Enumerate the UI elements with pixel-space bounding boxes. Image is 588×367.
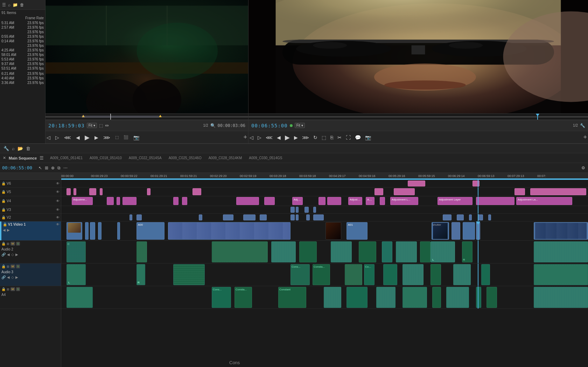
snap-button[interactable]: ⋯ [63,165,68,171]
program-camera-button[interactable]: 📷 [364,134,372,141]
timeline-timecode[interactable]: 00:06:55:00 [2,165,32,170]
lock-icon-a4[interactable]: 🔒 [1,287,6,291]
list-item[interactable]: 9:37 AM23.976 fps [0,62,45,66]
program-mark-out-button[interactable]: ▷ [257,134,262,141]
next-frame-icon-v1[interactable]: ▶ [7,228,10,232]
ripple-edit-button[interactable]: ⊞ [44,165,49,171]
program-video-area[interactable] [248,0,588,113]
solo-btn-a2[interactable]: S [16,242,20,246]
list-item[interactable]: 2:57 AM23.976 fps [0,25,45,30]
keyframe-next-a3[interactable]: ▶ [15,275,18,279]
list-item[interactable]: 58:01 AM23.976 fps [0,52,45,57]
clip-v5-4[interactable] [100,188,103,195]
program-prev-frame-button[interactable]: ◀ [276,134,282,141]
clip-v4-17[interactable] [476,197,514,205]
solo-btn-a4[interactable]: S [16,287,20,291]
eye-icon-v4[interactable]: 👁 [56,199,59,203]
audio-clip-a2-1[interactable]: C [66,241,86,262]
list-item[interactable]: 3:36 AM23.976 fps [0,80,45,85]
clip-v1-4[interactable] [98,222,102,240]
source-step-fwd-button[interactable]: ⋙ [102,134,111,141]
clip-v2-5[interactable] [243,214,255,220]
source-insert-button[interactable]: ⬚ [114,134,120,140]
wrench-icon[interactable]: 🔧 [4,146,9,151]
audio-clip-a2-12[interactable]: R [462,241,472,262]
audio-clip-a3-12[interactable] [481,264,490,285]
keyframe-next-a2[interactable]: ▶ [15,253,18,256]
folder-icon[interactable]: 📁 [13,2,18,7]
clip-v4-13[interactable]: Adju... [366,197,374,205]
search-icon[interactable]: ⌕ [8,2,10,7]
clip-v1-10[interactable]: shutter [432,222,449,240]
list-item[interactable]: 4:25 AM23.976 fps [0,48,45,52]
audio-clip-a4-7[interactable] [376,287,396,308]
trash-icon[interactable]: 🗑 [20,2,24,7]
program-step-back-button[interactable]: ⋘ [265,134,274,141]
audio-clip-a3-9[interactable] [402,264,424,285]
clip-v4-11[interactable] [327,197,341,205]
clip-v6-1[interactable] [408,181,425,186]
audio-clip-a3-7[interactable]: Co... [364,264,374,285]
audio-clip-a2-9[interactable] [396,241,417,262]
clip-v2-3[interactable] [199,214,202,220]
source-zoom-icon[interactable]: 🔍 [210,123,216,128]
solo-btn-a3[interactable]: S [16,264,20,268]
source-monitor-icon1[interactable]: ⬚ [99,123,103,128]
clip-v1-9[interactable]: A01 [346,222,368,240]
clip-v2-15[interactable] [488,214,491,220]
clip-v2-8[interactable] [296,214,299,220]
time-ruler[interactable]: 00:00:00 00:00:29:23 00:00:59:22 00:01:2… [61,173,588,180]
source-camera-button[interactable]: 📷 [132,134,140,141]
clip-v1-6[interactable]: A00 [136,222,164,240]
clip-v2-6[interactable] [260,214,267,220]
clip-v5-1[interactable] [66,188,71,195]
clip-v4-9[interactable]: Adjust... [292,197,303,205]
audio-clip-a2-4[interactable] [271,241,296,262]
clip-v3-4[interactable] [313,207,316,213]
clip-v5-9[interactable] [514,188,525,195]
add-keyframe-a2[interactable]: ◇ [11,253,14,256]
source-mark-in-button[interactable]: ◁ [46,134,51,141]
program-full-screen-button[interactable]: ⛶ [345,134,352,141]
source-add-button[interactable]: + [242,133,248,142]
list-item[interactable]: 23.976 fps [0,43,45,48]
clip-v6-2[interactable] [472,181,479,186]
audio-clip-a3-3[interactable] [173,264,205,285]
clip-v2-7[interactable] [290,214,295,220]
audio-clip-a3-11[interactable] [453,264,471,285]
clip-v4-8[interactable] [264,197,275,205]
clip-v1-3[interactable] [90,222,95,240]
program-safe-zone-button[interactable]: ⬚ [321,134,327,141]
clip-v2-2[interactable] [136,214,142,220]
clip-v1-5[interactable] [117,222,120,240]
clip-v2-14[interactable] [478,214,483,220]
clip-v2-4[interactable] [223,214,233,220]
lock-icon-v2[interactable]: 🔒 [1,216,6,219]
source-video-area[interactable] [46,0,248,113]
clip-v1-2[interactable] [85,222,89,240]
clip-v2-1[interactable] [130,214,132,220]
clip-v1-14[interactable] [534,222,588,240]
audio-clip-a3-5[interactable]: Consta... [313,264,330,285]
clip-v2-9[interactable] [306,214,310,220]
clip-v4-10[interactable] [318,197,326,205]
eye-icon-v3[interactable]: 👁 [56,208,59,212]
source-prev-frame-button[interactable]: ◀ [75,134,81,141]
audio-clip-a2-2[interactable] [136,241,147,262]
audio-clip-a4-6[interactable] [346,287,368,308]
eye-icon-v5[interactable]: 👁 [56,190,59,194]
lock-icon-v5[interactable]: 🔒 [1,190,6,194]
lock-icon-v1[interactable]: 🔒 [3,223,7,226]
clip-v1-8[interactable] [326,222,341,240]
clip-v5-5[interactable] [147,188,150,195]
program-timecode[interactable]: 00:06:55:00 [251,123,288,128]
audio-clip-a4-3[interactable]: Consta... [234,287,252,308]
clip-v4-7[interactable] [236,197,259,205]
program-settings-icon[interactable]: 🔧 [580,123,585,128]
list-item[interactable]: 5:31 AM23.976 fps [0,21,45,25]
clip-v4-16[interactable]: Adjustment Layer [438,197,472,205]
clip-v4-12[interactable]: Adjustme... [348,197,362,205]
clip-v2-12[interactable] [457,214,464,220]
audio-clip-a2-10[interactable] [420,241,430,262]
audio-clip-a3-2[interactable]: R [136,264,145,285]
